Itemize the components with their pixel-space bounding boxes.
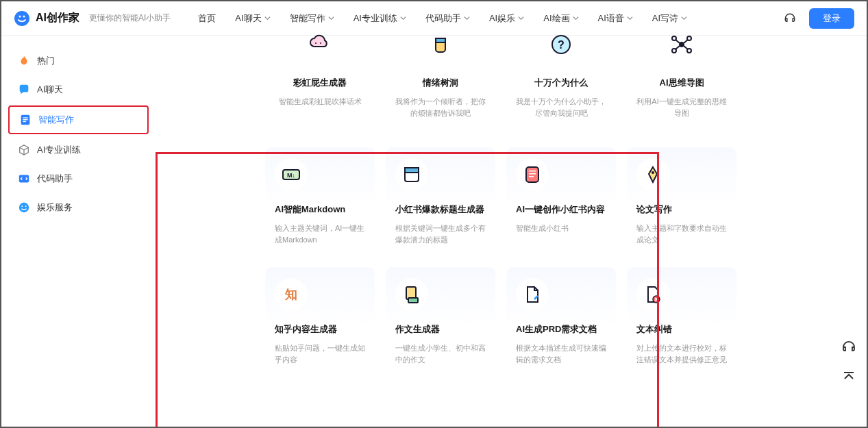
prd-icon [516,278,549,311]
login-button[interactable]: 登录 [809,8,854,29]
code-icon [18,173,30,185]
sidebar-item-writing[interactable]: 智能写作 [8,105,149,134]
chevron-down-icon [264,15,271,21]
svg-rect-6 [23,121,26,122]
nav-fun[interactable]: AI娱乐 [489,12,524,25]
chevron-down-icon [681,15,687,21]
nav-writing[interactable]: 智能写作 [290,12,334,25]
svg-text:知: 知 [284,288,297,301]
card-xhs-content[interactable]: AI一键创作小红书内容 智能生成小红书 [506,147,616,256]
doc-icon [19,114,32,126]
card-desc: 一键生成小学生、初中和高中的作文 [395,342,486,365]
card-xhs-title[interactable]: 小红书爆款标题生成器 根据关键词一键生成多个有爆款潜力的标题 [386,147,495,256]
top-card-rainbow[interactable]: 彩虹屁生成器 智能生成彩虹屁吹捧话术 [265,33,375,128]
card-essay[interactable]: 作文生成器 一键生成小学生、初中和高中的作文 [386,267,495,376]
sidebar-label: AI专业训练 [37,144,81,156]
top-card-why[interactable]: ? 十万个为什么 我是十万个为什么小助手，尽管向我提问吧 [506,33,616,128]
fire-icon [18,55,30,67]
card-prd[interactable]: AI生成PRD需求文档 根据文本描述生成可快速编辑的需求文档 [506,267,616,376]
card-title: 论文写作 [636,203,727,216]
card-title: AI思维导图 [634,77,730,89]
smile-icon [18,201,30,214]
svg-point-17 [680,42,684,47]
card-paper[interactable]: 论文写作 输入主题和字数要求自动生成论文 [627,147,736,256]
card-desc: 粘贴知乎问题，一键生成知乎内容 [275,342,365,365]
card-desc: 对上传的文本进行校对，标注错误文本并提供修正意见 [636,342,727,365]
card-desc: 我是十万个为什么小助手，尽管向我提问吧 [513,96,609,118]
sidebar-item-aichat[interactable]: AI聊天 [8,77,149,103]
sidebar-label: 智能写作 [38,114,74,126]
card-desc: 我将作为一个倾听者，把你的烦恼都告诉我吧 [393,96,488,118]
svg-point-9 [21,205,23,207]
card-title: 小红书爆款标题生成器 [395,203,486,216]
svg-rect-28 [529,173,536,175]
card-desc: 输入主题关键词，AI一键生成Markdown [275,223,365,245]
sidebar-item-code[interactable]: 代码助手 [8,166,149,192]
sidebar-label: 热门 [37,55,55,67]
chevron-down-icon [328,15,334,21]
sidebar-label: AI聊天 [37,84,63,96]
card-desc: 输入主题和字数要求自动生成论文 [636,223,727,245]
svg-rect-14 [436,38,445,42]
svg-point-8 [19,203,29,212]
top-nav: 首页 AI聊天 智能写作 AI专业训练 代码助手 AI娱乐 AI绘画 AI语音 … [198,12,687,25]
note-icon [516,158,549,191]
card-desc: 利用AI一键生成完整的思维导图 [634,96,730,118]
svg-point-0 [14,11,29,26]
nav-voice[interactable]: AI语音 [598,12,633,25]
nav-draw[interactable]: AI绘画 [543,12,578,25]
chevron-down-icon [400,15,406,21]
top-card-emotion[interactable]: 情绪树洞 我将作为一个倾听者，把你的烦恼都告诉我吧 [386,33,495,128]
svg-point-1 [19,15,21,17]
card-desc: 智能生成彩虹屁吹捧话术 [272,96,368,108]
svg-text:M↓: M↓ [287,172,295,179]
float-support-icon[interactable] [841,339,857,355]
svg-point-10 [25,205,27,207]
brand-name: AI创作家 [36,11,79,25]
nav-home[interactable]: 首页 [198,12,216,25]
svg-rect-33 [408,298,418,303]
essay-icon [395,278,428,311]
card-title: 情绪树洞 [393,77,488,89]
pen-icon [636,158,669,191]
scroll-top-icon[interactable] [841,369,857,386]
markdown-icon: M↓ [275,158,308,191]
subtitle: 更懂你的智能AI小助手 [89,12,171,24]
chevron-down-icon [518,15,524,21]
sidebar-item-pro[interactable]: AI专业训练 [8,137,149,163]
svg-rect-25 [405,168,419,173]
chevron-down-icon [573,15,579,21]
card-desc: 根据文本描述生成可快速编辑的需求文档 [516,342,606,365]
card-title: 彩虹屁生成器 [272,77,368,89]
window-icon [395,158,428,191]
support-icon[interactable] [783,12,797,25]
cloud-icon [308,33,332,56]
nav-pro[interactable]: AI专业训练 [354,12,406,25]
svg-point-12 [320,42,321,44]
card-title: AI生成PRD需求文档 [516,323,606,336]
card-desc: 智能生成小红书 [516,223,606,234]
chat-icon [18,84,30,96]
card-title: 文本纠错 [636,323,727,336]
svg-rect-29 [529,176,534,177]
card-markdown[interactable]: M↓ AI智能Markdown 输入主题关键词，AI一键生成Markdown [265,147,375,256]
sidebar-item-fun[interactable]: 娱乐服务 [8,194,149,221]
card-desc: 根据关键词一键生成多个有爆款潜力的标题 [395,223,486,245]
sidebar-item-hot[interactable]: 热门 [8,48,149,74]
logo-icon [14,10,30,27]
nav-aichat[interactable]: AI聊天 [235,12,270,25]
mindmap-icon [670,33,693,56]
sidebar: 热门 AI聊天 智能写作 AI专业训练 代码助手 娱乐服务 [1,36,156,427]
card-title: 十万个为什么 [513,77,609,89]
svg-rect-27 [529,171,536,172]
svg-point-30 [652,171,654,174]
nav-code[interactable]: 代码助手 [425,12,470,25]
card-zhihu[interactable]: 知 知乎内容生成器 粘贴知乎问题，一键生成知乎内容 [265,267,375,376]
chevron-down-icon [627,15,633,21]
svg-point-11 [315,42,317,44]
top-card-mindmap[interactable]: AI思维导图 利用AI一键生成完整的思维导图 [627,33,736,128]
card-correct[interactable]: 文本纠错 对上传的文本进行校对，标注错误文本并提供修正意见 [627,267,736,376]
nav-poem[interactable]: AI写诗 [652,12,687,25]
card-title: 知乎内容生成器 [275,323,365,336]
cube-icon [18,144,30,156]
